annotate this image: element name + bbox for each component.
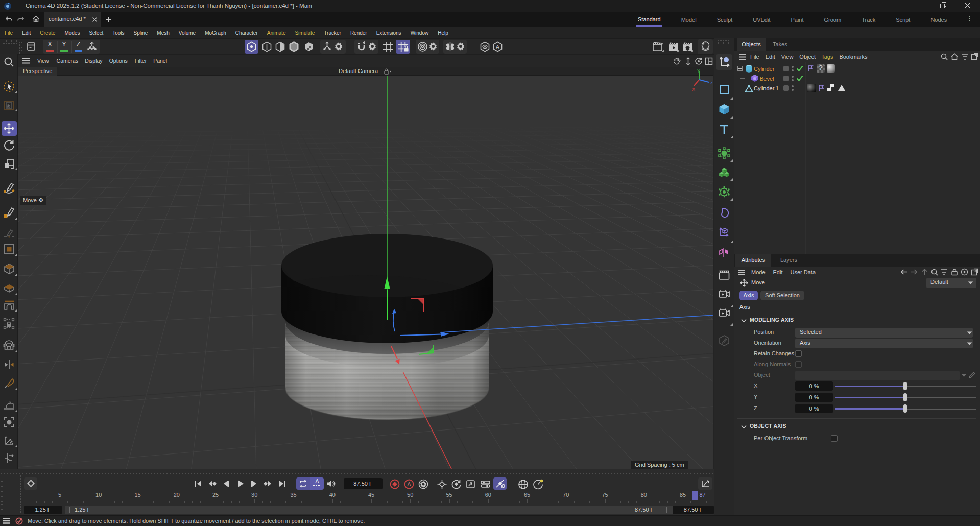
svg-text:A: A <box>407 481 411 487</box>
svg-text:A: A <box>496 44 500 50</box>
svg-text:Y: Y <box>697 68 700 74</box>
svg-text:X: X <box>692 87 695 92</box>
svg-text:z: z <box>710 80 713 85</box>
